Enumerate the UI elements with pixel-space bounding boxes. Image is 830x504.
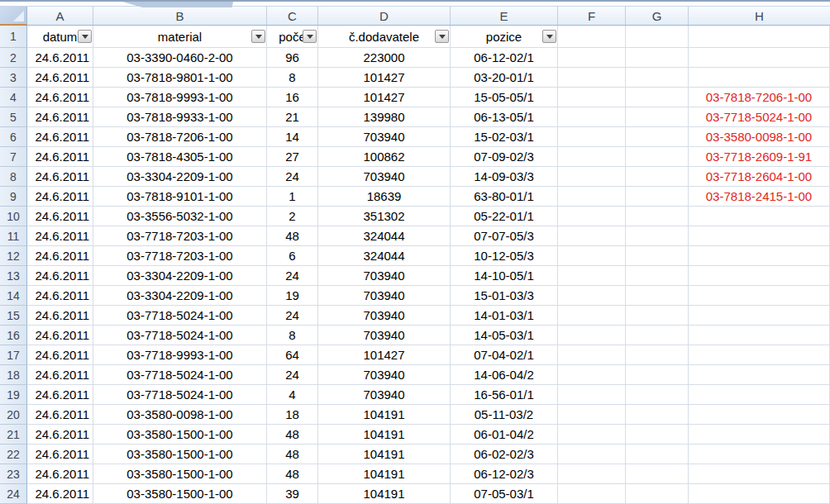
- cell-D13[interactable]: 703940: [318, 266, 451, 286]
- cell-G2[interactable]: [626, 48, 689, 68]
- filter-header-cell-H1[interactable]: [689, 26, 830, 48]
- cell-B23[interactable]: 03-3580-1500-1-00: [93, 464, 267, 484]
- cell-H21[interactable]: [689, 425, 830, 445]
- cell-A22[interactable]: 24.6.2011: [27, 445, 93, 464]
- row-header-17[interactable]: 17: [0, 345, 27, 365]
- row-header-21[interactable]: 21: [0, 425, 27, 445]
- autofilter-dropdown-button-B[interactable]: [251, 30, 265, 43]
- column-header-F[interactable]: F: [558, 7, 626, 25]
- cell-D8[interactable]: 703940: [318, 167, 451, 187]
- cell-G3[interactable]: [626, 68, 689, 88]
- cell-A11[interactable]: 24.6.2011: [27, 226, 93, 246]
- cell-E19[interactable]: 16-56-01/1: [451, 385, 558, 405]
- cell-G15[interactable]: [626, 306, 689, 326]
- cell-B20[interactable]: 03-3580-0098-1-00: [93, 405, 267, 425]
- cell-B14[interactable]: 03-3304-2209-1-00: [93, 286, 267, 306]
- cell-G4[interactable]: [626, 88, 689, 107]
- cell-H13[interactable]: [689, 266, 830, 286]
- cell-F11[interactable]: [558, 226, 626, 246]
- cell-E24[interactable]: 07-05-03/1: [451, 484, 558, 504]
- cell-F20[interactable]: [558, 405, 626, 425]
- cell-C20[interactable]: 18: [267, 405, 318, 425]
- cell-B11[interactable]: 03-7718-7203-1-00: [93, 226, 267, 246]
- cell-C3[interactable]: 8: [267, 68, 318, 88]
- cell-B16[interactable]: 03-7718-5024-1-00: [93, 326, 267, 345]
- cell-G14[interactable]: [626, 286, 689, 306]
- cell-D22[interactable]: 104191: [318, 445, 451, 464]
- cell-F16[interactable]: [558, 326, 626, 345]
- row-header-10[interactable]: 10: [0, 207, 27, 226]
- cell-E23[interactable]: 06-12-02/3: [451, 464, 558, 484]
- cell-A3[interactable]: 24.6.2011: [27, 68, 93, 88]
- row-header-5[interactable]: 5: [0, 107, 27, 127]
- cell-B17[interactable]: 03-7718-9993-1-00: [93, 345, 267, 365]
- cell-H11[interactable]: [689, 226, 830, 246]
- cell-E7[interactable]: 07-09-02/3: [451, 147, 558, 167]
- cell-B2[interactable]: 03-3390-0460-2-00: [93, 48, 267, 68]
- cell-F23[interactable]: [558, 464, 626, 484]
- row-header-15[interactable]: 15: [0, 306, 27, 326]
- cell-A10[interactable]: 24.6.2011: [27, 207, 93, 226]
- cell-A19[interactable]: 24.6.2011: [27, 385, 93, 405]
- select-all-corner[interactable]: [0, 7, 27, 26]
- cell-G18[interactable]: [626, 365, 689, 385]
- row-header-22[interactable]: 22: [0, 445, 27, 464]
- cell-A2[interactable]: 24.6.2011: [27, 48, 93, 68]
- column-header-G[interactable]: G: [626, 7, 689, 25]
- cell-B8[interactable]: 03-3304-2209-1-00: [93, 167, 267, 187]
- cell-A13[interactable]: 24.6.2011: [27, 266, 93, 286]
- cell-G12[interactable]: [626, 246, 689, 266]
- cell-F21[interactable]: [558, 425, 626, 445]
- cell-H23[interactable]: [689, 464, 830, 484]
- cell-D14[interactable]: 703940: [318, 286, 451, 306]
- cell-F12[interactable]: [558, 246, 626, 266]
- cell-G9[interactable]: [626, 187, 689, 207]
- autofilter-dropdown-button-C[interactable]: [303, 30, 317, 43]
- row-header-20[interactable]: 20: [0, 405, 27, 425]
- cell-D4[interactable]: 101427: [318, 88, 451, 107]
- cell-A16[interactable]: 24.6.2011: [27, 326, 93, 345]
- row-header-6[interactable]: 6: [0, 127, 27, 147]
- cell-D10[interactable]: 351302: [318, 207, 451, 226]
- cell-D6[interactable]: 703940: [318, 127, 451, 147]
- cell-A15[interactable]: 24.6.2011: [27, 306, 93, 326]
- cell-G21[interactable]: [626, 425, 689, 445]
- column-header-B[interactable]: B: [93, 7, 267, 25]
- cell-A18[interactable]: 24.6.2011: [27, 365, 93, 385]
- row-header-23[interactable]: 23: [0, 464, 27, 484]
- row-header-2[interactable]: 2: [0, 48, 27, 68]
- cell-B9[interactable]: 03-7818-9101-1-00: [93, 187, 267, 207]
- filter-header-cell-C1[interactable]: poče: [267, 26, 318, 48]
- cell-D15[interactable]: 703940: [318, 306, 451, 326]
- column-header-A[interactable]: A: [27, 7, 93, 25]
- filter-header-cell-G1[interactable]: [626, 26, 689, 48]
- cell-A24[interactable]: 24.6.2011: [27, 484, 93, 504]
- cell-B5[interactable]: 03-7818-9933-1-00: [93, 107, 267, 127]
- cell-A7[interactable]: 24.6.2011: [27, 147, 93, 167]
- cell-H3[interactable]: [689, 68, 830, 88]
- cell-B10[interactable]: 03-3556-5032-1-00: [93, 207, 267, 226]
- cell-F22[interactable]: [558, 445, 626, 464]
- cell-F18[interactable]: [558, 365, 626, 385]
- cell-C15[interactable]: 24: [267, 306, 318, 326]
- cell-G5[interactable]: [626, 107, 689, 127]
- autofilter-dropdown-button-E[interactable]: [542, 30, 556, 43]
- cell-F4[interactable]: [558, 88, 626, 107]
- cell-E20[interactable]: 05-11-03/2: [451, 405, 558, 425]
- cell-C22[interactable]: 48: [267, 445, 318, 464]
- cell-B12[interactable]: 03-7718-7203-1-00: [93, 246, 267, 266]
- cell-G8[interactable]: [626, 167, 689, 187]
- cell-F15[interactable]: [558, 306, 626, 326]
- cell-D3[interactable]: 101427: [318, 68, 451, 88]
- cell-D21[interactable]: 104191: [318, 425, 451, 445]
- cell-F3[interactable]: [558, 68, 626, 88]
- cell-A4[interactable]: 24.6.2011: [27, 88, 93, 107]
- cell-C21[interactable]: 48: [267, 425, 318, 445]
- cell-H8[interactable]: 03-7718-2604-1-00: [689, 167, 830, 187]
- cell-E16[interactable]: 14-05-03/1: [451, 326, 558, 345]
- cell-F14[interactable]: [558, 286, 626, 306]
- cell-B13[interactable]: 03-3304-2209-1-00: [93, 266, 267, 286]
- row-header-9[interactable]: 9: [0, 187, 27, 207]
- row-header-11[interactable]: 11: [0, 226, 27, 246]
- cell-E9[interactable]: 63-80-01/1: [451, 187, 558, 207]
